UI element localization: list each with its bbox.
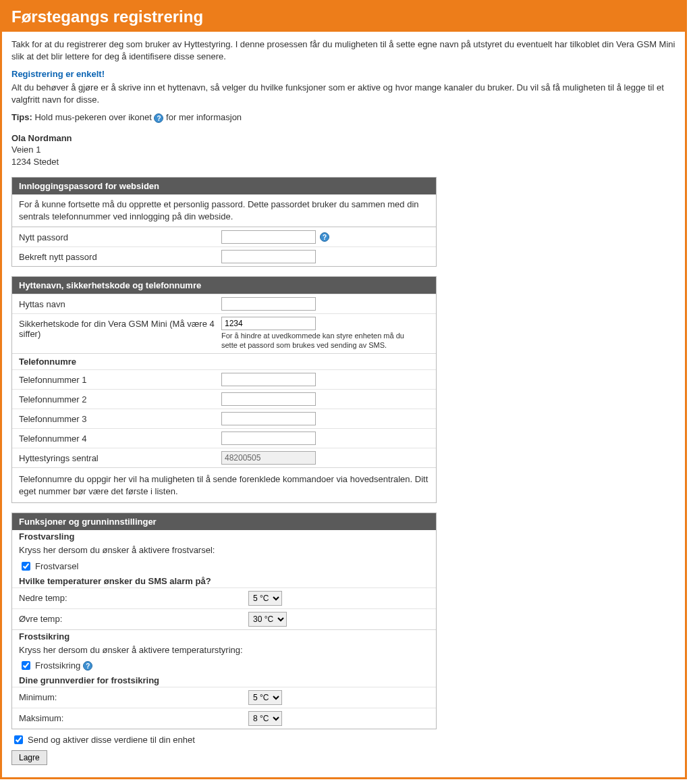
maksimum-label: Maksimum: bbox=[19, 711, 248, 723]
page-title: Førstegangs registrering bbox=[2, 2, 685, 32]
tips-text-a: Hold mus-pekeren over ikonet bbox=[34, 112, 154, 122]
phone-2-label: Telefonnummer 2 bbox=[19, 392, 221, 404]
help-icon[interactable]: ? bbox=[83, 661, 92, 671]
frost-heading: Frostvarsling bbox=[12, 530, 436, 543]
phone-3-label: Telefonnummer 3 bbox=[19, 412, 221, 424]
row-new-password: Nytt passord ? bbox=[12, 227, 436, 246]
phone-4-input[interactable] bbox=[221, 432, 316, 445]
row-security-code: Sikkerhetskode for din Vera GSM Mini (Må… bbox=[12, 313, 436, 353]
row-minimum: Minimum: 5 °C bbox=[12, 687, 436, 708]
panel-password: Innloggingspassord for websiden For å ku… bbox=[11, 177, 437, 267]
row-phone-3: Telefonnummer 3 bbox=[12, 409, 436, 428]
frost-desc: Kryss her dersom du ønsker å aktivere fr… bbox=[12, 543, 436, 558]
sikring-heading: Frostsikring bbox=[12, 629, 436, 643]
help-icon[interactable]: ? bbox=[320, 232, 329, 242]
panel-functions-title: Funksjoner og grunninnstillinger bbox=[12, 513, 436, 530]
row-maksimum: Maksimum: 8 °C bbox=[12, 708, 436, 729]
panel-functions: Funksjoner og grunninnstillinger Frostva… bbox=[11, 513, 437, 729]
maksimum-select[interactable]: 8 °C bbox=[248, 711, 282, 726]
cabin-name-label: Hyttas navn bbox=[19, 297, 221, 309]
new-password-label: Nytt passord bbox=[19, 230, 221, 242]
sikring-check-row: Frostsikring ? bbox=[12, 657, 436, 674]
panel-cabin-footer: Telefonnumre du oppgir her vil ha muligh… bbox=[12, 467, 436, 502]
row-confirm-password: Bekreft nytt passord bbox=[12, 246, 436, 266]
phone-1-label: Telefonnummer 1 bbox=[19, 373, 221, 385]
upper-temp-select[interactable]: 30 °C bbox=[248, 612, 287, 627]
save-button[interactable]: Lagre bbox=[11, 750, 47, 765]
frostvarsel-checkbox[interactable] bbox=[22, 562, 30, 571]
row-phone-1: Telefonnummer 1 bbox=[12, 369, 436, 389]
confirm-password-input[interactable] bbox=[221, 250, 316, 263]
row-upper-temp: Øvre temp: 30 °C bbox=[12, 608, 436, 629]
panel-cabin: Hyttenavn, sikkerhetskode og telefonnumr… bbox=[11, 276, 437, 503]
row-lower-temp: Nedre temp: 5 °C bbox=[12, 587, 436, 608]
panel-cabin-title: Hyttenavn, sikkerhetskode og telefonnumr… bbox=[12, 277, 436, 294]
temp-question: Hvilke temperaturer ønsker du SMS alarm … bbox=[12, 575, 436, 587]
confirm-password-label: Bekreft nytt passord bbox=[19, 250, 221, 262]
intro-paragraph-1: Takk for at du registrerer deg som bruke… bbox=[11, 38, 675, 62]
frostsikring-checkbox[interactable] bbox=[22, 661, 30, 670]
row-phone-2: Telefonnummer 2 bbox=[12, 389, 436, 409]
content-area: Takk for at du registrerer deg som bruke… bbox=[2, 32, 685, 777]
upper-temp-label: Øvre temp: bbox=[19, 612, 248, 624]
user-city: 1234 Stedet bbox=[11, 156, 675, 168]
main-container: Førstegangs registrering Takk for at du … bbox=[0, 0, 687, 779]
grunn-heading: Dine grunnverdier for frostsikring bbox=[12, 674, 436, 687]
central-label: Hyttestyrings sentral bbox=[19, 451, 221, 463]
frost-check-row: Frostvarsel bbox=[12, 558, 436, 575]
frostvarsel-label: Frostvarsel bbox=[35, 561, 78, 571]
tips-label: Tips: bbox=[11, 112, 32, 122]
send-activate-checkbox[interactable] bbox=[14, 735, 23, 744]
phone-1-input[interactable] bbox=[221, 373, 316, 386]
phone-3-input[interactable] bbox=[221, 412, 316, 425]
security-code-input[interactable] bbox=[221, 317, 316, 330]
sikring-desc: Kryss her dersom du ønsker å aktivere te… bbox=[12, 643, 436, 658]
row-central: Hyttestyrings sentral bbox=[12, 448, 436, 467]
lower-temp-label: Nedre temp: bbox=[19, 591, 248, 603]
phones-heading: Telefonnumre bbox=[12, 353, 436, 369]
central-input bbox=[221, 451, 316, 465]
help-icon[interactable]: ? bbox=[154, 113, 163, 123]
minimum-label: Minimum: bbox=[19, 690, 248, 702]
user-block: Ola Nordmann Veien 1 1234 Stedet bbox=[11, 132, 675, 168]
new-password-input[interactable] bbox=[221, 230, 316, 244]
user-street: Veien 1 bbox=[11, 144, 675, 156]
panel-password-desc: For å kunne fortsette må du opprette et … bbox=[12, 194, 436, 227]
row-cabin-name: Hyttas navn bbox=[12, 294, 436, 313]
send-activate-row: Send og aktiver disse verdiene til din e… bbox=[11, 733, 675, 746]
user-name: Ola Nordmann bbox=[11, 132, 675, 145]
panel-password-title: Innloggingspassord for websiden bbox=[12, 178, 436, 194]
send-activate-label: Send og aktiver disse verdiene til din e… bbox=[28, 735, 195, 745]
phone-2-input[interactable] bbox=[221, 392, 316, 406]
frostsikring-label: Frostsikring bbox=[35, 660, 80, 671]
minimum-select[interactable]: 5 °C bbox=[248, 690, 282, 705]
phone-4-label: Telefonnummer 4 bbox=[19, 432, 221, 444]
tips-line: Tips: Hold mus-pekeren over ikonet ? for… bbox=[11, 112, 675, 123]
security-code-label: Sikkerhetskode for din Vera GSM Mini (Må… bbox=[19, 317, 221, 339]
cabin-name-input[interactable] bbox=[221, 297, 316, 311]
intro-subheading: Registrering er enkelt! bbox=[11, 69, 675, 79]
intro-paragraph-2: Alt du behøver å gjøre er å skrive inn e… bbox=[11, 82, 675, 105]
security-code-hint: For å hindre at uvedkommede kan styre en… bbox=[221, 332, 417, 350]
tips-text-b: for mer informasjon bbox=[166, 112, 242, 122]
lower-temp-select[interactable]: 5 °C bbox=[248, 591, 282, 606]
row-phone-4: Telefonnummer 4 bbox=[12, 428, 436, 448]
